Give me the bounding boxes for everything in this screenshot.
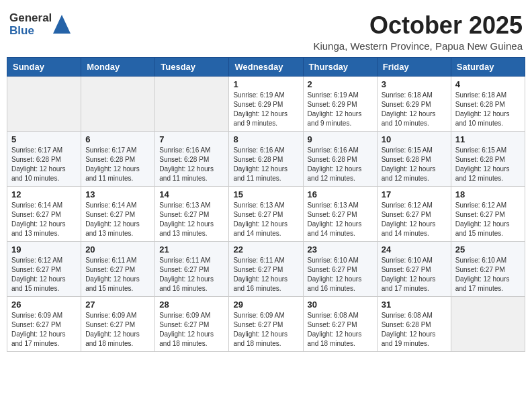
day-info: Sunrise: 6:16 AMSunset: 6:28 PMDaylight:… xyxy=(308,146,373,183)
calendar-cell: 1Sunrise: 6:19 AMSunset: 6:29 PMDaylight… xyxy=(229,76,303,131)
calendar-cell: 19Sunrise: 6:12 AMSunset: 6:27 PMDayligh… xyxy=(7,241,81,296)
calendar-cell: 16Sunrise: 6:13 AMSunset: 6:27 PMDayligh… xyxy=(303,186,377,241)
day-number: 16 xyxy=(308,189,373,199)
header-sunday: Sunday xyxy=(7,57,81,76)
day-info: Sunrise: 6:12 AMSunset: 6:27 PMDaylight:… xyxy=(11,256,77,293)
calendar-cell: 20Sunrise: 6:11 AMSunset: 6:27 PMDayligh… xyxy=(81,241,155,296)
calendar-cell: 7Sunrise: 6:16 AMSunset: 6:28 PMDaylight… xyxy=(155,131,229,186)
day-info: Sunrise: 6:15 AMSunset: 6:28 PMDaylight:… xyxy=(382,146,447,183)
day-number: 3 xyxy=(382,79,447,89)
calendar-cell: 12Sunrise: 6:14 AMSunset: 6:27 PMDayligh… xyxy=(7,186,81,241)
calendar-cell xyxy=(451,296,525,351)
calendar-cell: 30Sunrise: 6:08 AMSunset: 6:27 PMDayligh… xyxy=(303,296,377,351)
title-section: October 2025 Kiunga, Western Province, P… xyxy=(313,12,523,52)
calendar-week-5: 26Sunrise: 6:09 AMSunset: 6:27 PMDayligh… xyxy=(7,296,525,351)
day-info: Sunrise: 6:10 AMSunset: 6:27 PMDaylight:… xyxy=(455,256,521,293)
calendar-cell: 14Sunrise: 6:13 AMSunset: 6:27 PMDayligh… xyxy=(155,186,229,241)
header-saturday: Saturday xyxy=(451,57,525,76)
day-number: 6 xyxy=(85,134,150,144)
day-number: 4 xyxy=(455,79,521,89)
calendar-cell xyxy=(81,76,155,131)
location-subtitle: Kiunga, Western Province, Papua New Guin… xyxy=(313,40,523,52)
month-title: October 2025 xyxy=(313,12,523,39)
header-wednesday: Wednesday xyxy=(229,57,303,76)
day-number: 23 xyxy=(308,244,373,255)
calendar-cell: 9Sunrise: 6:16 AMSunset: 6:28 PMDaylight… xyxy=(303,131,377,186)
calendar-cell: 26Sunrise: 6:09 AMSunset: 6:27 PMDayligh… xyxy=(7,296,81,351)
calendar-cell: 24Sunrise: 6:10 AMSunset: 6:27 PMDayligh… xyxy=(377,241,451,296)
calendar-cell: 31Sunrise: 6:08 AMSunset: 6:28 PMDayligh… xyxy=(377,296,451,351)
day-number: 7 xyxy=(159,134,224,144)
day-info: Sunrise: 6:08 AMSunset: 6:27 PMDaylight:… xyxy=(308,311,373,349)
day-info: Sunrise: 6:12 AMSunset: 6:27 PMDaylight:… xyxy=(455,201,521,238)
day-info: Sunrise: 6:18 AMSunset: 6:29 PMDaylight:… xyxy=(382,91,447,128)
calendar-cell: 23Sunrise: 6:10 AMSunset: 6:27 PMDayligh… xyxy=(303,241,377,296)
day-info: Sunrise: 6:13 AMSunset: 6:27 PMDaylight:… xyxy=(159,201,224,238)
calendar-header-row: SundayMondayTuesdayWednesdayThursdayFrid… xyxy=(7,57,525,76)
day-number: 5 xyxy=(11,134,77,144)
day-number: 17 xyxy=(382,189,447,199)
day-number: 12 xyxy=(11,189,77,199)
day-info: Sunrise: 6:09 AMSunset: 6:27 PMDaylight:… xyxy=(11,311,77,349)
day-info: Sunrise: 6:13 AMSunset: 6:27 PMDaylight:… xyxy=(308,201,373,238)
calendar-cell: 21Sunrise: 6:11 AMSunset: 6:27 PMDayligh… xyxy=(155,241,229,296)
day-info: Sunrise: 6:16 AMSunset: 6:28 PMDaylight:… xyxy=(233,146,298,183)
day-number: 13 xyxy=(85,189,150,199)
day-number: 15 xyxy=(233,189,298,199)
day-number: 14 xyxy=(159,189,224,199)
page-header: General Blue October 2025 Kiunga, Wester… xyxy=(7,7,525,54)
calendar-cell: 17Sunrise: 6:12 AMSunset: 6:27 PMDayligh… xyxy=(377,186,451,241)
day-number: 22 xyxy=(233,244,298,255)
calendar-cell: 10Sunrise: 6:15 AMSunset: 6:28 PMDayligh… xyxy=(377,131,451,186)
calendar-cell: 27Sunrise: 6:09 AMSunset: 6:27 PMDayligh… xyxy=(81,296,155,351)
logo-icon xyxy=(53,15,71,35)
day-number: 30 xyxy=(308,300,373,310)
calendar-cell: 8Sunrise: 6:16 AMSunset: 6:28 PMDaylight… xyxy=(229,131,303,186)
day-info: Sunrise: 6:19 AMSunset: 6:29 PMDaylight:… xyxy=(308,91,373,128)
day-number: 29 xyxy=(233,300,298,310)
day-info: Sunrise: 6:11 AMSunset: 6:27 PMDaylight:… xyxy=(233,256,298,293)
svg-marker-0 xyxy=(53,15,71,34)
day-info: Sunrise: 6:15 AMSunset: 6:28 PMDaylight:… xyxy=(455,146,521,183)
day-info: Sunrise: 6:14 AMSunset: 6:27 PMDaylight:… xyxy=(11,201,77,238)
calendar-cell: 22Sunrise: 6:11 AMSunset: 6:27 PMDayligh… xyxy=(229,241,303,296)
day-info: Sunrise: 6:14 AMSunset: 6:27 PMDaylight:… xyxy=(85,201,150,238)
calendar-cell: 2Sunrise: 6:19 AMSunset: 6:29 PMDaylight… xyxy=(303,76,377,131)
day-info: Sunrise: 6:12 AMSunset: 6:27 PMDaylight:… xyxy=(382,201,447,238)
day-number: 2 xyxy=(308,79,373,89)
calendar-week-4: 19Sunrise: 6:12 AMSunset: 6:27 PMDayligh… xyxy=(7,241,525,296)
day-number: 31 xyxy=(382,300,447,310)
calendar-cell: 3Sunrise: 6:18 AMSunset: 6:29 PMDaylight… xyxy=(377,76,451,131)
day-info: Sunrise: 6:10 AMSunset: 6:27 PMDaylight:… xyxy=(308,256,373,293)
logo: General Blue xyxy=(9,12,71,37)
day-number: 9 xyxy=(308,134,373,144)
header-friday: Friday xyxy=(377,57,451,76)
calendar-cell: 4Sunrise: 6:18 AMSunset: 6:28 PMDaylight… xyxy=(451,76,525,131)
calendar-cell: 29Sunrise: 6:09 AMSunset: 6:27 PMDayligh… xyxy=(229,296,303,351)
calendar-cell: 18Sunrise: 6:12 AMSunset: 6:27 PMDayligh… xyxy=(451,186,525,241)
day-number: 26 xyxy=(11,300,77,310)
calendar-cell: 11Sunrise: 6:15 AMSunset: 6:28 PMDayligh… xyxy=(451,131,525,186)
day-number: 20 xyxy=(85,244,150,255)
day-number: 11 xyxy=(455,134,521,144)
day-number: 28 xyxy=(159,300,224,310)
day-number: 8 xyxy=(233,134,298,144)
day-info: Sunrise: 6:10 AMSunset: 6:27 PMDaylight:… xyxy=(382,256,447,293)
logo-blue: Blue xyxy=(9,25,52,38)
logo-general: General xyxy=(9,12,52,25)
day-info: Sunrise: 6:09 AMSunset: 6:27 PMDaylight:… xyxy=(233,311,298,349)
calendar-table: SundayMondayTuesdayWednesdayThursdayFrid… xyxy=(7,57,525,352)
calendar-cell: 28Sunrise: 6:09 AMSunset: 6:27 PMDayligh… xyxy=(155,296,229,351)
calendar-cell: 6Sunrise: 6:17 AMSunset: 6:28 PMDaylight… xyxy=(81,131,155,186)
day-number: 24 xyxy=(382,244,447,255)
day-number: 27 xyxy=(85,300,150,310)
calendar-week-1: 1Sunrise: 6:19 AMSunset: 6:29 PMDaylight… xyxy=(7,76,525,131)
day-info: Sunrise: 6:17 AMSunset: 6:28 PMDaylight:… xyxy=(11,146,77,183)
calendar-cell: 15Sunrise: 6:13 AMSunset: 6:27 PMDayligh… xyxy=(229,186,303,241)
day-number: 21 xyxy=(159,244,224,255)
day-number: 10 xyxy=(382,134,447,144)
day-info: Sunrise: 6:17 AMSunset: 6:28 PMDaylight:… xyxy=(85,146,150,183)
day-info: Sunrise: 6:18 AMSunset: 6:28 PMDaylight:… xyxy=(455,91,521,128)
calendar-cell xyxy=(155,76,229,131)
header-monday: Monday xyxy=(81,57,155,76)
